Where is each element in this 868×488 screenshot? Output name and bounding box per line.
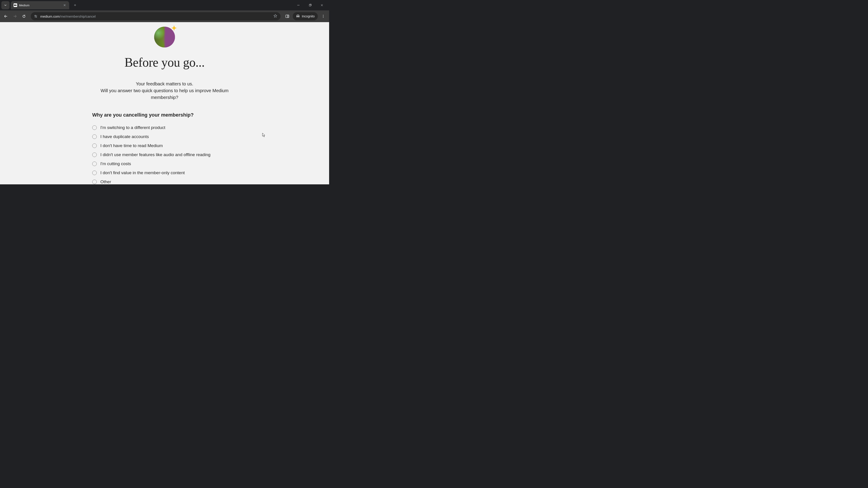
- minimize-icon: [297, 4, 300, 6]
- dots-vertical-icon: [321, 14, 325, 18]
- side-panel-button[interactable]: [283, 12, 291, 20]
- sparkle-icon: [171, 25, 177, 31]
- radio-circle-icon: [92, 143, 97, 148]
- bookmark-button[interactable]: [273, 14, 277, 19]
- radio-label: I don't find value in the member-only co…: [100, 170, 185, 175]
- toolbar-right: Incognito: [283, 12, 327, 20]
- svg-point-16: [323, 17, 324, 18]
- maximize-icon: [309, 4, 311, 6]
- radio-label: I didn't use member features like audio …: [100, 152, 211, 157]
- survey-question: Why are you cancelling your membership?: [92, 112, 237, 118]
- radio-option-duplicate[interactable]: I have duplicate accounts: [92, 134, 237, 139]
- incognito-badge[interactable]: Incognito: [293, 12, 318, 20]
- avatar-container: [154, 27, 175, 48]
- address-bar[interactable]: medium.com/me/membership/cancel: [31, 12, 281, 20]
- back-arrow-icon: [4, 14, 8, 18]
- svg-point-0: [14, 4, 16, 6]
- radio-circle-icon: [92, 125, 97, 130]
- forward-arrow-icon: [13, 14, 17, 18]
- svg-point-14: [323, 15, 324, 15]
- back-button[interactable]: [2, 12, 10, 20]
- browser-menu-button[interactable]: [319, 12, 327, 20]
- reload-button[interactable]: [20, 12, 28, 20]
- browser-tab[interactable]: Medium ✕: [11, 1, 69, 9]
- chevron-down-icon: [4, 4, 7, 6]
- svg-point-15: [323, 16, 324, 17]
- radio-option-no-time[interactable]: I don't have time to read Medium: [92, 143, 237, 148]
- radio-label: Other: [100, 180, 111, 184]
- radio-label: I'm cutting costs: [100, 161, 131, 166]
- svg-rect-13: [287, 15, 289, 18]
- radio-option-no-value[interactable]: I don't find value in the member-only co…: [92, 170, 237, 175]
- browser-tabs-bar: Medium ✕ +: [0, 0, 329, 10]
- window-controls: [293, 2, 329, 9]
- page-subtitle: Your feedback matters to us. Will you an…: [92, 80, 237, 101]
- incognito-icon: [296, 14, 300, 18]
- tab-search-button[interactable]: [1, 1, 9, 9]
- maximize-button[interactable]: [305, 2, 315, 9]
- cancel-survey-form: Why are you cancelling your membership? …: [92, 112, 237, 184]
- mouse-cursor-icon: [262, 133, 266, 138]
- radio-circle-icon: [92, 134, 97, 139]
- tune-icon: [34, 14, 37, 18]
- radio-circle-icon: [92, 170, 97, 175]
- site-settings-button[interactable]: [34, 14, 37, 18]
- side-panel-icon: [285, 14, 289, 18]
- forward-button[interactable]: [11, 12, 19, 20]
- url-text: medium.com/me/membership/cancel: [40, 14, 271, 18]
- reload-icon: [22, 14, 26, 18]
- radio-option-switching[interactable]: I'm switching to a different product: [92, 125, 237, 130]
- svg-point-8: [35, 15, 36, 16]
- medium-favicon-icon: [13, 3, 17, 7]
- radio-label: I'm switching to a different product: [100, 125, 165, 130]
- radio-label: I don't have time to read Medium: [100, 143, 163, 148]
- new-tab-button[interactable]: +: [72, 2, 78, 8]
- page-heading: Before you go...: [92, 55, 237, 70]
- close-icon: [320, 4, 323, 6]
- main-content: Before you go... Your feedback matters t…: [92, 22, 237, 184]
- radio-option-other[interactable]: Other: [92, 180, 237, 184]
- close-window-button[interactable]: [317, 2, 327, 9]
- radio-option-no-features[interactable]: I didn't use member features like audio …: [92, 152, 237, 157]
- incognito-label: Incognito: [302, 14, 315, 18]
- radio-label: I have duplicate accounts: [100, 134, 149, 139]
- svg-point-1: [16, 4, 16, 6]
- radio-circle-icon: [92, 153, 97, 157]
- svg-point-10: [36, 17, 37, 18]
- page-content: Before you go... Your feedback matters t…: [0, 22, 329, 184]
- minimize-button[interactable]: [293, 2, 303, 9]
- radio-circle-icon: [92, 180, 97, 184]
- radio-circle-icon: [92, 162, 97, 166]
- radio-option-cutting-costs[interactable]: I'm cutting costs: [92, 161, 237, 166]
- tab-close-button[interactable]: ✕: [63, 3, 66, 7]
- star-icon: [273, 14, 277, 18]
- browser-toolbar: medium.com/me/membership/cancel Incognit…: [0, 10, 329, 22]
- svg-rect-4: [309, 4, 311, 6]
- radio-options-list: I'm switching to a different product I h…: [92, 125, 237, 184]
- tab-title: Medium: [19, 4, 61, 7]
- svg-point-2: [16, 5, 17, 6]
